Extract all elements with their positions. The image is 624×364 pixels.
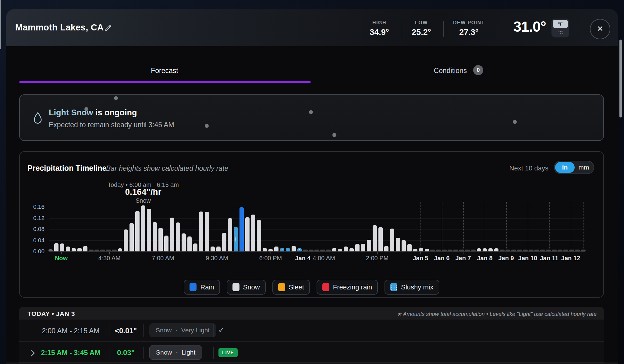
precip-bar[interactable] bbox=[100, 250, 105, 251]
precip-bar[interactable] bbox=[199, 212, 203, 251]
precip-bar[interactable] bbox=[274, 247, 278, 251]
precip-bar[interactable] bbox=[48, 249, 53, 251]
precip-bar[interactable] bbox=[309, 250, 314, 251]
precip-bar[interactable] bbox=[407, 244, 412, 251]
legend-item-slush[interactable]: Slushy mix bbox=[385, 280, 439, 295]
precip-bar[interactable] bbox=[320, 250, 325, 251]
precip-bar[interactable] bbox=[471, 250, 476, 251]
precip-bar[interactable] bbox=[500, 250, 505, 251]
legend-item-sleet[interactable]: Sleet bbox=[272, 280, 310, 295]
precip-bar[interactable] bbox=[106, 250, 111, 251]
precip-bar[interactable] bbox=[373, 225, 377, 251]
precip-bar[interactable] bbox=[77, 248, 82, 251]
precip-bar[interactable] bbox=[483, 248, 487, 251]
precip-bar[interactable] bbox=[141, 205, 145, 251]
precip-bar[interactable] bbox=[546, 250, 551, 251]
precip-bar[interactable] bbox=[170, 218, 174, 251]
precip-bar[interactable] bbox=[286, 248, 290, 251]
precip-bar[interactable] bbox=[529, 250, 534, 251]
precip-bar[interactable] bbox=[66, 247, 70, 251]
precip-bar[interactable] bbox=[112, 250, 117, 251]
precip-bar[interactable] bbox=[338, 249, 342, 251]
precip-bar[interactable] bbox=[89, 250, 94, 251]
precip-bar[interactable] bbox=[211, 247, 215, 251]
precip-bar[interactable] bbox=[297, 248, 302, 251]
precip-bar[interactable] bbox=[182, 233, 186, 251]
precip-bar[interactable] bbox=[54, 243, 58, 251]
precip-bar[interactable] bbox=[540, 250, 545, 251]
precip-bar[interactable] bbox=[257, 220, 261, 251]
precip-bar[interactable] bbox=[245, 217, 250, 251]
precip-bar[interactable] bbox=[494, 248, 498, 251]
precip-bar[interactable] bbox=[292, 246, 296, 251]
precip-bar[interactable] bbox=[378, 227, 383, 251]
precip-bar[interactable] bbox=[216, 247, 221, 251]
precip-bar[interactable] bbox=[355, 244, 360, 251]
precip-bar[interactable] bbox=[453, 250, 458, 251]
precip-bar[interactable] bbox=[419, 248, 423, 251]
precip-bar[interactable] bbox=[459, 250, 464, 251]
precip-bar[interactable] bbox=[402, 240, 406, 251]
precip-bar[interactable] bbox=[147, 209, 151, 251]
precip-bar[interactable] bbox=[442, 250, 447, 251]
precip-bar[interactable] bbox=[268, 249, 273, 251]
precip-bar[interactable] bbox=[251, 215, 255, 251]
precip-bar[interactable] bbox=[430, 250, 435, 251]
legend-item-snow[interactable]: Snow bbox=[227, 280, 266, 295]
precip-bar[interactable] bbox=[314, 250, 319, 251]
precip-bar[interactable] bbox=[187, 236, 192, 251]
precip-bar[interactable] bbox=[505, 250, 510, 251]
precip-bar[interactable] bbox=[222, 233, 226, 251]
precip-bar[interactable] bbox=[326, 250, 331, 251]
precip-bar[interactable] bbox=[569, 250, 574, 251]
precip-bar[interactable] bbox=[158, 228, 163, 251]
precip-bar[interactable] bbox=[511, 250, 516, 251]
precip-bar[interactable] bbox=[72, 248, 76, 251]
precip-bar[interactable] bbox=[436, 250, 441, 251]
precip-bar[interactable] bbox=[349, 248, 354, 251]
precip-bar[interactable] bbox=[239, 207, 244, 251]
precip-bar[interactable] bbox=[263, 248, 267, 251]
precip-bar[interactable] bbox=[396, 238, 400, 251]
precip-bar[interactable] bbox=[563, 250, 568, 251]
row-time-range[interactable]: 2:15 AM - 3:45 AM bbox=[36, 349, 106, 357]
precip-bar[interactable] bbox=[280, 248, 284, 251]
precip-bar[interactable] bbox=[344, 247, 348, 251]
precip-bar[interactable] bbox=[552, 250, 557, 251]
precip-bar[interactable] bbox=[135, 211, 140, 251]
precip-bar[interactable] bbox=[164, 236, 168, 251]
precip-bar[interactable] bbox=[124, 229, 128, 251]
precip-bar[interactable] bbox=[477, 248, 481, 251]
precip-bar[interactable] bbox=[361, 244, 365, 251]
precip-bar[interactable] bbox=[332, 248, 336, 251]
precip-bar[interactable] bbox=[94, 250, 99, 251]
precip-bar[interactable] bbox=[413, 249, 417, 251]
legend-item-freeze[interactable]: Freezing rain bbox=[317, 280, 378, 295]
precip-bar[interactable] bbox=[83, 246, 87, 251]
precip-bar[interactable] bbox=[425, 249, 429, 251]
precip-bar[interactable] bbox=[367, 240, 371, 251]
precip-bar[interactable] bbox=[303, 250, 308, 251]
precip-bar[interactable] bbox=[60, 243, 64, 251]
precip-bar[interactable] bbox=[448, 250, 452, 251]
precip-bar[interactable] bbox=[558, 250, 562, 251]
precip-bar[interactable] bbox=[176, 222, 180, 251]
precip-bar[interactable] bbox=[575, 250, 580, 251]
precip-bar[interactable] bbox=[205, 212, 209, 251]
precip-bar[interactable] bbox=[234, 227, 238, 251]
precip-bar[interactable] bbox=[517, 250, 522, 251]
precip-bar[interactable] bbox=[153, 222, 157, 251]
precip-bar[interactable] bbox=[384, 246, 388, 251]
precip-bar[interactable] bbox=[118, 248, 122, 251]
legend-item-rain[interactable]: Rain bbox=[184, 280, 220, 295]
precip-bar[interactable] bbox=[581, 250, 586, 251]
precip-bar[interactable] bbox=[390, 229, 394, 251]
precip-bar[interactable] bbox=[129, 223, 134, 251]
precip-bar[interactable] bbox=[488, 248, 493, 251]
scrollbar-thumb[interactable] bbox=[619, 40, 622, 117]
precip-bar[interactable] bbox=[465, 250, 470, 251]
precip-bar[interactable] bbox=[534, 250, 539, 251]
precip-bar[interactable] bbox=[228, 218, 232, 251]
precip-bar[interactable] bbox=[523, 250, 528, 251]
precip-bar[interactable] bbox=[193, 243, 197, 251]
